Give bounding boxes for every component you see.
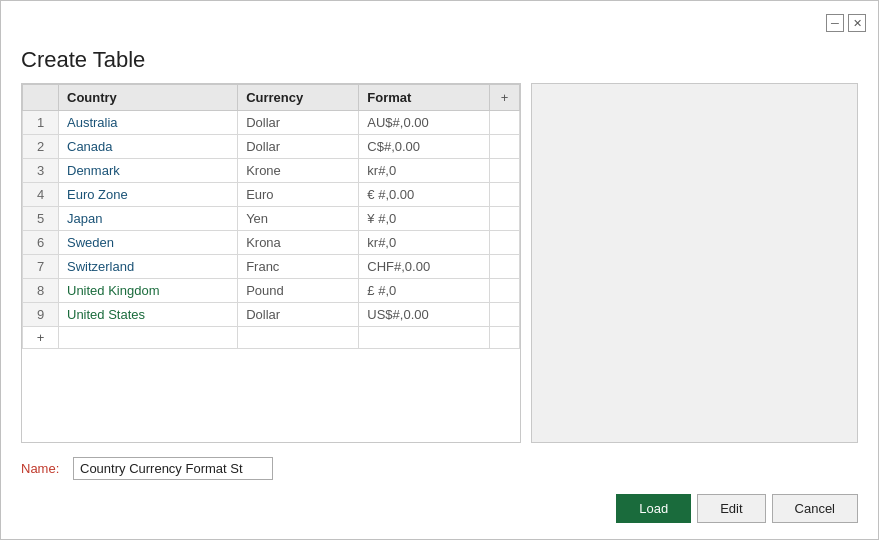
table-row[interactable]: 3 Denmark Krone kr#,0 bbox=[23, 159, 520, 183]
table-row[interactable]: 8 United Kingdom Pound £ #,0 bbox=[23, 279, 520, 303]
row-num: 4 bbox=[23, 183, 59, 207]
table-row[interactable]: 9 United States Dollar US$#,0.00 bbox=[23, 303, 520, 327]
row-num: 6 bbox=[23, 231, 59, 255]
row-num: 9 bbox=[23, 303, 59, 327]
row-num: 8 bbox=[23, 279, 59, 303]
col-header-country: Country bbox=[59, 85, 238, 111]
row-plus bbox=[490, 207, 520, 231]
row-country: Japan bbox=[59, 207, 238, 231]
row-plus bbox=[490, 111, 520, 135]
row-country: United States bbox=[59, 303, 238, 327]
col-header-currency: Currency bbox=[238, 85, 359, 111]
row-format: € #,0.00 bbox=[359, 183, 490, 207]
table-row[interactable]: 6 Sweden Krona kr#,0 bbox=[23, 231, 520, 255]
row-num: 3 bbox=[23, 159, 59, 183]
add-row[interactable]: + bbox=[23, 327, 520, 349]
row-format: ¥ #,0 bbox=[359, 207, 490, 231]
row-num: 5 bbox=[23, 207, 59, 231]
row-currency: Franc bbox=[238, 255, 359, 279]
col-header-num bbox=[23, 85, 59, 111]
row-currency: Dollar bbox=[238, 303, 359, 327]
bottom-area: Name: Load Edit Cancel bbox=[1, 443, 878, 539]
table-row[interactable]: 4 Euro Zone Euro € #,0.00 bbox=[23, 183, 520, 207]
row-country: United Kingdom bbox=[59, 279, 238, 303]
col-header-format: Format bbox=[359, 85, 490, 111]
row-format: £ #,0 bbox=[359, 279, 490, 303]
row-format: kr#,0 bbox=[359, 231, 490, 255]
row-country: Canada bbox=[59, 135, 238, 159]
row-num: 7 bbox=[23, 255, 59, 279]
col-header-plus[interactable]: + bbox=[490, 85, 520, 111]
name-row: Name: bbox=[21, 457, 858, 480]
table-row[interactable]: 1 Australia Dollar AU$#,0.00 bbox=[23, 111, 520, 135]
title-bar-controls: ─ ✕ bbox=[826, 14, 866, 32]
dialog-title: Create Table bbox=[1, 37, 878, 83]
row-country: Euro Zone bbox=[59, 183, 238, 207]
button-row: Load Edit Cancel bbox=[21, 494, 858, 523]
row-format: AU$#,0.00 bbox=[359, 111, 490, 135]
row-currency: Krona bbox=[238, 231, 359, 255]
row-currency: Pound bbox=[238, 279, 359, 303]
cancel-button[interactable]: Cancel bbox=[772, 494, 858, 523]
load-button[interactable]: Load bbox=[616, 494, 691, 523]
row-country: Australia bbox=[59, 111, 238, 135]
row-format: kr#,0 bbox=[359, 159, 490, 183]
close-button[interactable]: ✕ bbox=[848, 14, 866, 32]
row-format: US$#,0.00 bbox=[359, 303, 490, 327]
table-row[interactable]: 7 Switzerland Franc CHF#,0.00 bbox=[23, 255, 520, 279]
row-country: Denmark bbox=[59, 159, 238, 183]
minimize-button[interactable]: ─ bbox=[826, 14, 844, 32]
row-plus bbox=[490, 135, 520, 159]
name-label: Name: bbox=[21, 461, 65, 476]
row-currency: Yen bbox=[238, 207, 359, 231]
row-plus bbox=[490, 183, 520, 207]
row-currency: Dollar bbox=[238, 135, 359, 159]
data-table: Country Currency Format + 1 Australia Do… bbox=[22, 84, 520, 349]
title-bar: ─ ✕ bbox=[1, 1, 878, 37]
row-format: CHF#,0.00 bbox=[359, 255, 490, 279]
row-currency: Dollar bbox=[238, 111, 359, 135]
side-panel bbox=[531, 83, 858, 443]
row-num: 2 bbox=[23, 135, 59, 159]
row-plus bbox=[490, 303, 520, 327]
row-format: C$#,0.00 bbox=[359, 135, 490, 159]
table-panel: Country Currency Format + 1 Australia Do… bbox=[21, 83, 521, 443]
table-row[interactable]: 5 Japan Yen ¥ #,0 bbox=[23, 207, 520, 231]
row-plus bbox=[490, 279, 520, 303]
row-currency: Euro bbox=[238, 183, 359, 207]
create-table-dialog: ─ ✕ Create Table Country Currency Format… bbox=[0, 0, 879, 540]
content-area: Country Currency Format + 1 Australia Do… bbox=[1, 83, 878, 443]
row-currency: Krone bbox=[238, 159, 359, 183]
row-country: Switzerland bbox=[59, 255, 238, 279]
edit-button[interactable]: Edit bbox=[697, 494, 765, 523]
name-input[interactable] bbox=[73, 457, 273, 480]
row-plus bbox=[490, 159, 520, 183]
row-plus bbox=[490, 255, 520, 279]
add-row-plus[interactable]: + bbox=[23, 327, 59, 349]
row-country: Sweden bbox=[59, 231, 238, 255]
table-row[interactable]: 2 Canada Dollar C$#,0.00 bbox=[23, 135, 520, 159]
row-num: 1 bbox=[23, 111, 59, 135]
row-plus bbox=[490, 231, 520, 255]
